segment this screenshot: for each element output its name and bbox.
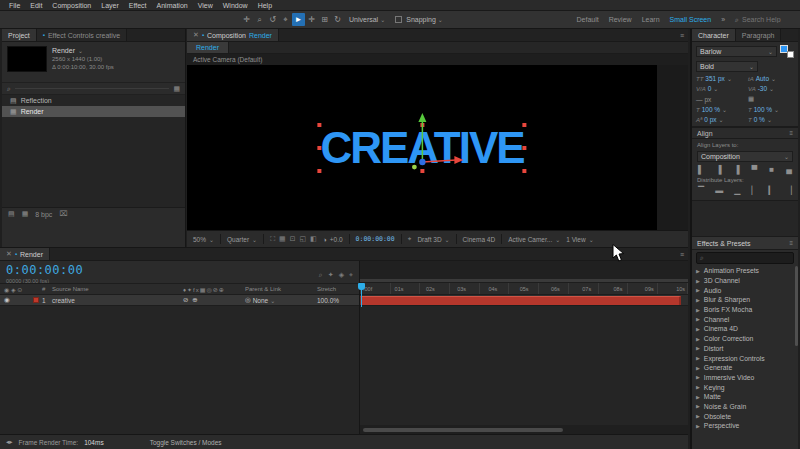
font-style-dropdown[interactable]: Bold ⌄ [696, 61, 758, 72]
effects-category[interactable]: ▶ Boris FX Mocha [692, 305, 798, 315]
distribute-top-icon[interactable]: ▔ [698, 186, 704, 195]
layer-switches[interactable]: ⊘ ⊕ [183, 296, 245, 304]
trash-icon[interactable]: ⌧ [59, 210, 67, 218]
effects-category[interactable]: ▶ Perspective [692, 421, 798, 431]
effects-category[interactable]: ▶ Immersive Video [692, 373, 798, 383]
align-right-icon[interactable]: ▐ [734, 165, 740, 174]
parent-link-column-header[interactable]: Parent & Link [245, 286, 317, 292]
selection-handle[interactable] [317, 123, 321, 127]
stroke-width-control[interactable]: — px [696, 96, 742, 103]
graph-editor-icon[interactable]: ◈ [339, 271, 344, 279]
view-count-dropdown[interactable]: 1 View ⌄ [566, 236, 593, 243]
transparency-grid-icon[interactable]: ▦ [279, 235, 286, 243]
panel-menu-icon[interactable]: ≡ [789, 130, 793, 136]
magnification-dropdown[interactable]: 50% ⌄ [193, 236, 214, 243]
menu-item[interactable]: Effect [125, 2, 151, 9]
tab-project[interactable]: Project [2, 29, 37, 41]
selection-handle[interactable] [523, 169, 527, 173]
menu-item[interactable]: Window [219, 2, 252, 9]
effects-category[interactable]: ▶ Animation Presets [692, 266, 798, 276]
effects-category[interactable]: ▶ Channel [692, 314, 798, 324]
selection-handle[interactable] [317, 146, 321, 150]
align-panel-header[interactable]: Align ≡ [692, 127, 798, 139]
effects-category[interactable]: ▶ Generate [692, 363, 798, 373]
tsume-control[interactable]: T 0 % ⌄ [748, 116, 794, 123]
tracking-control[interactable]: VA -30 ⌄ [748, 85, 794, 92]
workspace-small-screen[interactable]: Small Screen [670, 16, 712, 23]
stroke-style-control[interactable]: ▦ [748, 95, 794, 103]
fast-previews-dropdown[interactable]: Draft 3D ⌄ [417, 236, 449, 243]
selection-tool-icon[interactable]: ► [292, 13, 305, 26]
help-search-input[interactable] [742, 16, 792, 23]
menu-item[interactable]: Layer [97, 2, 123, 9]
mask-visibility-icon[interactable]: ⊡ [290, 235, 296, 243]
folder-icon[interactable]: ▤ [8, 210, 15, 218]
effects-category[interactable]: ▶ Keying [692, 382, 798, 392]
effects-category[interactable]: ▶ Noise & Grain [692, 402, 798, 412]
align-top-icon[interactable]: ▀ [751, 165, 757, 174]
grid-guides-icon[interactable]: ◱ [300, 235, 307, 243]
menu-item[interactable]: Composition [48, 2, 95, 9]
tool-icon[interactable]: ⌕ [253, 13, 266, 26]
resolution-dropdown[interactable]: Quarter ⌄ [227, 236, 257, 243]
tool-icon[interactable]: ↻ [331, 13, 344, 26]
tool-icon[interactable]: ↺ [266, 13, 279, 26]
exposure-control[interactable]: ◑ +0.0 [323, 236, 343, 243]
menu-item[interactable]: Animation [153, 2, 192, 9]
layer-visibility-icon[interactable]: ◉ [0, 296, 30, 304]
project-row-render[interactable]: ▦ Render [2, 106, 185, 117]
stretch-column-header[interactable]: Stretch [317, 286, 359, 292]
help-search[interactable]: ⌕ [735, 16, 792, 24]
layer-parent-dropdown[interactable]: ◎ None ⌄ [245, 296, 317, 304]
effects-category[interactable]: ▶ Obsolete [692, 411, 798, 421]
bit-depth-button[interactable]: 8 bpc [35, 211, 52, 218]
horizontal-scale-control[interactable]: T 100 % ⌄ [748, 106, 794, 113]
composition-canvas[interactable]: CREATIVE [187, 65, 657, 230]
region-of-interest-icon[interactable]: ⛶ [270, 235, 275, 243]
baseline-shift-control[interactable]: Aª 0 px ⌄ [696, 116, 742, 123]
tool-icon[interactable]: ⊞ [318, 13, 331, 26]
effects-category[interactable]: ▶ Blur & Sharpen [692, 295, 798, 305]
menu-item[interactable]: Help [254, 2, 276, 9]
distribute-bottom-icon[interactable]: ▁ [734, 186, 740, 195]
kerning-control[interactable]: V/A 0 ⌄ [696, 85, 742, 92]
font-family-dropdown[interactable]: Barlow ⌄ [696, 46, 777, 57]
source-name-column-header[interactable]: Source Name [52, 286, 183, 292]
align-left-icon[interactable]: ▌ [698, 165, 704, 174]
selection-handle[interactable] [523, 123, 527, 127]
fill-stroke-swatches[interactable] [780, 45, 794, 58]
leading-control[interactable]: tA Auto ⌄ [748, 75, 794, 82]
effects-search[interactable]: ⌕ [696, 252, 794, 264]
distribute-hcenter-icon[interactable]: ▎ [769, 186, 775, 195]
vertical-scale-control[interactable]: T 100 % ⌄ [696, 106, 742, 113]
tab-timeline-render[interactable]: ✕ ▪ Render [0, 248, 50, 260]
align-to-dropdown[interactable]: Composition ⌄ [697, 151, 793, 162]
effects-search-input[interactable] [707, 255, 777, 262]
tool-icon[interactable]: ✛ [305, 13, 318, 26]
layer-name[interactable]: creative [52, 297, 183, 304]
effects-scrollbar[interactable] [795, 266, 798, 346]
playhead-handle[interactable] [358, 283, 365, 290]
close-icon[interactable]: ✕ [6, 250, 12, 258]
label-color-red[interactable] [33, 297, 39, 303]
stroke-color-swatch[interactable] [787, 51, 794, 58]
effects-category[interactable]: ▶ Audio [692, 285, 798, 295]
comp-mini-flowchart-icon[interactable]: ⌕ [319, 271, 323, 279]
toggle-switches-modes-button[interactable]: Toggle Switches / Modes [150, 439, 222, 446]
3d-axis-gizmo[interactable] [376, 112, 468, 174]
layer-row[interactable]: ◉ 1 creative ⊘ ⊕ ◎ None ⌄ 100.0% [0, 295, 359, 306]
distribute-right-icon[interactable]: ▕ [786, 186, 792, 195]
close-icon[interactable]: ✕ [193, 31, 199, 39]
search-icon[interactable]: ⌕ [7, 85, 11, 93]
channel-icon[interactable]: ◧ [310, 235, 317, 243]
distribute-vcenter-icon[interactable]: ▬ [715, 186, 723, 195]
snapping-toggle[interactable]: Snapping ⌄ [395, 16, 443, 23]
more-workspaces-icon[interactable]: » [721, 16, 725, 23]
tool-icon[interactable]: ⌖ [279, 13, 292, 26]
current-timecode[interactable]: 0:00:00:00 [6, 263, 83, 277]
distribute-left-icon[interactable]: ▏ [751, 186, 757, 195]
renderer-button[interactable]: Cinema 4D [463, 236, 496, 243]
effects-category[interactable]: ▶ Matte [692, 392, 798, 402]
grid-view-icon[interactable]: ▦ [173, 85, 180, 93]
project-item-name[interactable]: Render ⌄ [52, 47, 114, 54]
